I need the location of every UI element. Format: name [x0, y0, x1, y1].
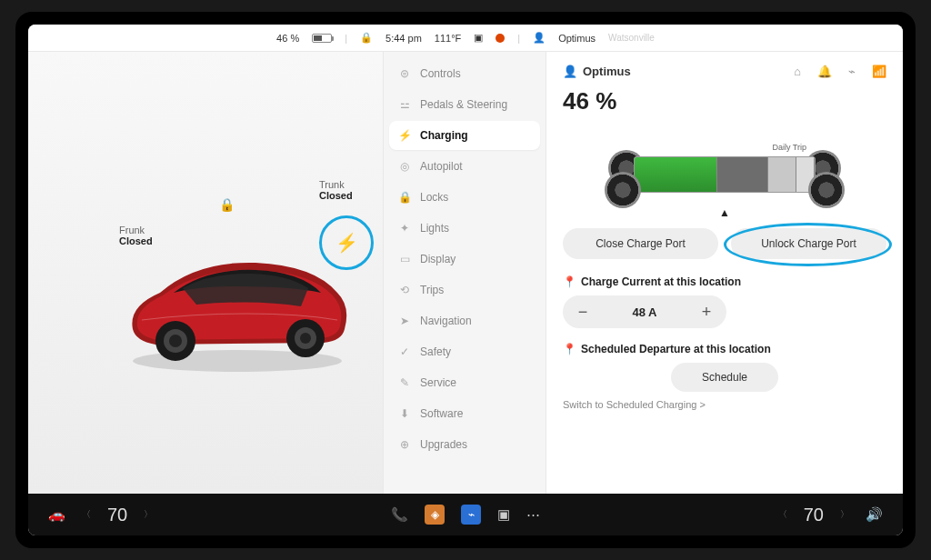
location-hint: Watsonville	[608, 33, 655, 43]
battery-percent-large: 46 %	[563, 87, 886, 115]
apps-icon[interactable]: ⋯	[526, 506, 540, 523]
menu-item-label: Pedals & Steering	[420, 98, 507, 111]
menu-item-display[interactable]: ▭Display	[389, 245, 540, 274]
charge-fill	[635, 157, 717, 192]
navigation-icon: ➤	[398, 315, 411, 327]
menu-item-upgrades[interactable]: ⊕Upgrades	[389, 430, 540, 459]
menu-item-label: Locks	[420, 191, 448, 204]
charge-limit-labels: Daily Trip	[772, 143, 806, 152]
wheel-icon	[605, 172, 641, 208]
menu-item-controls[interactable]: ⊜Controls	[389, 59, 540, 88]
device-frame: 46 % | 🔒 5:44 pm 111°F ▣ | 👤 Optimus Wat…	[15, 12, 916, 548]
menu-item-label: Lights	[420, 222, 449, 235]
svg-point-6	[300, 333, 311, 344]
decrease-current-button[interactable]: −	[563, 303, 603, 322]
unlock-charge-port-button[interactable]: Unlock Charge Port	[731, 228, 886, 259]
wheel-icon	[808, 172, 845, 208]
record-icon	[496, 34, 505, 43]
car-lock-icon[interactable]: 🔒	[219, 197, 235, 212]
battery-pack	[634, 156, 816, 193]
home-icon[interactable]: ⌂	[794, 65, 801, 78]
location-pin-icon: 📍	[563, 343, 576, 355]
battery-icon	[312, 34, 332, 43]
divider: |	[517, 33, 520, 44]
charge-empty	[717, 157, 767, 192]
charging-icon: ⚡	[398, 129, 411, 142]
menu-item-navigation[interactable]: ➤Navigation	[389, 306, 540, 335]
profile-name[interactable]: Optimus	[558, 33, 596, 44]
menu-item-label: Display	[420, 253, 455, 265]
menu-item-safety[interactable]: ✓Safety	[389, 337, 540, 366]
settings-menu: ⊜Controls⚍Pedals & Steering⚡Charging◎Aut…	[383, 52, 546, 494]
bell-icon[interactable]: 🔔	[817, 65, 832, 78]
charge-limit-slider[interactable]: ▲	[719, 206, 730, 219]
phone-icon[interactable]: 📞	[391, 506, 408, 523]
status-bar: 46 % | 🔒 5:44 pm 111°F ▣ | 👤 Optimus Wat…	[28, 25, 903, 52]
menu-item-autopilot[interactable]: ◎Autopilot	[389, 152, 540, 181]
close-charge-port-button[interactable]: Close Charge Port	[563, 228, 718, 259]
menu-item-label: Trips	[420, 284, 444, 296]
autopilot-icon: ◎	[398, 160, 411, 173]
camera-app-icon[interactable]: ▣	[497, 506, 510, 523]
lock-icon[interactable]: 🔒	[360, 32, 373, 44]
menu-item-label: Controls	[420, 67, 461, 80]
menu-item-software[interactable]: ⬇Software	[389, 399, 540, 428]
location-pin-icon: 📍	[563, 275, 576, 288]
chevron-right-icon[interactable]: 〉	[840, 508, 849, 521]
software-icon: ⬇	[398, 407, 411, 420]
car-icon[interactable]: 🚗	[48, 506, 65, 523]
charge-current-stepper: − 48 A +	[563, 295, 726, 328]
clock: 5:44 pm	[385, 33, 422, 44]
app-tile[interactable]: ◈	[425, 505, 445, 525]
lights-icon: ✦	[398, 222, 411, 235]
main-area: 🔒 Trunk Closed Frunk Closed ⚡	[28, 52, 903, 494]
panel-profile[interactable]: 👤 Optimus	[563, 65, 631, 78]
camera-icon[interactable]: ▣	[474, 32, 483, 44]
chevron-left-icon[interactable]: 〈	[778, 508, 787, 521]
battery-percent: 46 %	[276, 33, 299, 44]
menu-item-charging[interactable]: ⚡Charging	[389, 121, 540, 150]
upgrades-icon: ⊕	[398, 438, 411, 451]
charge-current-value: 48 A	[603, 305, 686, 319]
menu-item-trips[interactable]: ⟲Trips	[389, 275, 540, 305]
profile-icon: 👤	[563, 65, 577, 78]
menu-item-label: Autopilot	[420, 160, 463, 173]
menu-item-locks[interactable]: 🔒Locks	[389, 183, 540, 212]
service-icon: ✎	[398, 376, 411, 389]
bluetooth-icon[interactable]: ⌁	[848, 65, 856, 78]
menu-item-label: Navigation	[420, 315, 472, 327]
driver-temp[interactable]: 70	[107, 505, 127, 525]
menu-item-label: Safety	[420, 345, 451, 358]
chevron-right-icon[interactable]: 〉	[144, 508, 153, 521]
bottom-bar: 🚗 〈 70 〉 📞 ◈ ⌁ ▣ ⋯ 〈 70 〉 🔊	[28, 494, 903, 535]
passenger-temp[interactable]: 70	[804, 505, 824, 525]
charging-panel: 👤 Optimus ⌂ 🔔 ⌁ 📶 46 % Daily Trip	[546, 52, 903, 494]
scheduled-departure-label: 📍 Scheduled Departure at this location	[563, 343, 886, 355]
increase-current-button[interactable]: +	[686, 303, 726, 322]
charge-current-label: 📍 Charge Current at this location	[563, 275, 886, 288]
car-render	[110, 243, 365, 379]
locks-icon: 🔒	[398, 191, 411, 204]
touchscreen: 46 % | 🔒 5:44 pm 111°F ▣ | 👤 Optimus Wat…	[28, 25, 903, 535]
safety-icon: ✓	[398, 345, 411, 358]
display-icon: ▭	[398, 253, 411, 265]
menu-item-pedals-steering[interactable]: ⚍Pedals & Steering	[389, 90, 540, 119]
outside-temp: 111°F	[435, 33, 461, 44]
controls-icon: ⊜	[398, 67, 411, 80]
menu-item-service[interactable]: ✎Service	[389, 368, 540, 397]
profile-icon[interactable]: 👤	[533, 32, 546, 44]
menu-item-label: Charging	[420, 129, 468, 142]
charge-daily-limit	[768, 157, 797, 192]
volume-icon[interactable]: 🔊	[866, 506, 883, 523]
signal-icon[interactable]: 📶	[872, 65, 886, 78]
trips-icon: ⟲	[398, 284, 411, 296]
chevron-left-icon[interactable]: 〈	[82, 508, 91, 521]
menu-item-lights[interactable]: ✦Lights	[389, 214, 540, 243]
bluetooth-tile[interactable]: ⌁	[461, 505, 481, 525]
trunk-label[interactable]: Trunk Closed	[319, 179, 353, 201]
battery-pack-visual[interactable]: Daily Trip ▲	[597, 125, 852, 215]
pedals-steering-icon: ⚍	[398, 98, 411, 111]
schedule-button[interactable]: Schedule	[671, 363, 778, 392]
switch-scheduled-charging-link[interactable]: Switch to Scheduled Charging >	[563, 399, 886, 410]
divider: |	[345, 33, 347, 44]
